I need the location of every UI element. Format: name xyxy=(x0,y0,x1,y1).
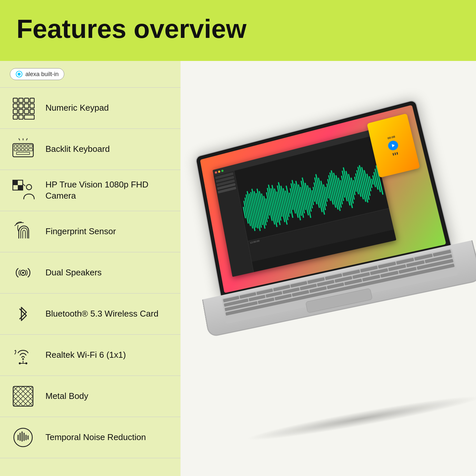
feature-row-numeric-keypad: Numeric Keypad xyxy=(0,88,181,129)
backlit-keyboard-label: Backlit Keyboard xyxy=(45,144,110,155)
alexa-label: alexa built-in xyxy=(25,71,59,78)
laptop-shadow xyxy=(245,390,476,446)
fingerprint-label: Fingerprint Sensor xyxy=(45,226,116,237)
noise-reduction-label: Temporal Noise Reduction xyxy=(45,432,146,443)
speakers-icon xyxy=(10,260,36,286)
svg-point-38 xyxy=(22,358,24,360)
feature-row-camera: HP True Vision 1080p FHD Camera xyxy=(0,170,181,211)
svg-rect-24 xyxy=(25,145,28,147)
daw-main-area: 12:00:00 xyxy=(234,136,396,272)
svg-line-17 xyxy=(19,138,20,140)
svg-rect-21 xyxy=(14,145,17,147)
svg-rect-20 xyxy=(13,144,33,157)
svg-rect-26 xyxy=(14,149,17,151)
feature-row-bluetooth: Bluetooth® 5.3 Wireless Card xyxy=(0,294,181,335)
svg-rect-12 xyxy=(24,109,29,114)
bluetooth-icon xyxy=(10,301,36,327)
svg-rect-4 xyxy=(24,98,29,102)
feature-row-noise-reduction: Temporal Noise Reduction xyxy=(0,417,181,458)
play-button xyxy=(387,140,399,151)
svg-marker-145 xyxy=(392,144,395,147)
svg-rect-29 xyxy=(25,149,28,151)
metal-body-label: Metal Body xyxy=(45,391,88,402)
svg-rect-7 xyxy=(19,104,23,108)
features-list: alexa built-in xyxy=(0,61,181,476)
noise-reduction-icon xyxy=(10,424,36,451)
svg-rect-31 xyxy=(16,152,30,154)
svg-point-35 xyxy=(26,184,32,190)
svg-rect-10 xyxy=(13,109,17,114)
svg-rect-3 xyxy=(19,98,23,102)
svg-point-41 xyxy=(19,362,21,364)
laptop-container: 12:00:00 00:08 xyxy=(181,61,476,476)
page-header: Features overview xyxy=(0,0,476,61)
main-content: alexa built-in xyxy=(0,61,476,476)
daw-body: 12:00:00 xyxy=(213,136,396,277)
min-dot xyxy=(218,170,220,173)
svg-point-37 xyxy=(22,272,24,274)
svg-rect-34 xyxy=(18,185,23,190)
wifi-icon xyxy=(10,342,36,368)
svg-rect-5 xyxy=(30,98,34,102)
svg-rect-11 xyxy=(19,109,23,114)
svg-rect-23 xyxy=(21,145,24,147)
feature-row-metal-body: Metal Body xyxy=(0,376,181,417)
svg-rect-22 xyxy=(18,145,20,147)
feature-row-speakers: Dual Speakers xyxy=(0,252,181,294)
numeric-keypad-icon xyxy=(10,95,36,121)
fingerprint-icon xyxy=(10,218,36,245)
laptop-image-area: 12:00:00 00:08 xyxy=(181,61,476,476)
wifi-label: Realtek Wi-Fi 6 (1x1) xyxy=(45,350,126,361)
svg-rect-6 xyxy=(13,104,17,108)
laptop-wrapper: 12:00:00 00:08 xyxy=(181,96,476,442)
svg-rect-13 xyxy=(30,109,34,114)
svg-point-42 xyxy=(25,362,27,364)
svg-rect-27 xyxy=(18,149,20,151)
svg-rect-30 xyxy=(29,149,33,151)
alexa-badge-row: alexa built-in xyxy=(0,61,181,88)
svg-line-19 xyxy=(26,138,27,140)
page-title: Features overview xyxy=(16,16,246,42)
svg-rect-9 xyxy=(30,104,34,108)
svg-rect-8 xyxy=(24,104,29,108)
backlit-keyboard-icon xyxy=(10,136,36,162)
svg-rect-25 xyxy=(29,145,33,147)
numeric-keypad-label: Numeric Keypad xyxy=(45,102,109,114)
svg-point-58 xyxy=(14,428,32,447)
daw-ui: 12:00:00 xyxy=(212,130,396,277)
svg-rect-14 xyxy=(13,115,17,119)
metal-body-icon xyxy=(10,383,36,409)
alexa-badge: alexa built-in xyxy=(10,68,64,80)
max-dot xyxy=(221,169,223,172)
svg-rect-2 xyxy=(13,98,17,102)
svg-rect-16 xyxy=(24,115,34,119)
svg-rect-33 xyxy=(13,180,18,185)
close-dot xyxy=(214,171,217,174)
camera-icon xyxy=(10,177,36,204)
svg-point-1 xyxy=(17,72,20,75)
feature-row-backlit-keyboard: Backlit Keyboard xyxy=(0,129,181,170)
alexa-icon xyxy=(15,70,23,78)
bluetooth-label: Bluetooth® 5.3 Wireless Card xyxy=(45,308,158,320)
svg-rect-15 xyxy=(19,115,23,119)
speakers-label: Dual Speakers xyxy=(45,267,102,278)
feature-row-wifi: Realtek Wi-Fi 6 (1x1) xyxy=(0,335,181,376)
svg-rect-28 xyxy=(21,149,24,151)
camera-label: HP True Vision 1080p FHD Camera xyxy=(45,179,171,202)
feature-row-fingerprint: Fingerprint Sensor xyxy=(0,211,181,252)
